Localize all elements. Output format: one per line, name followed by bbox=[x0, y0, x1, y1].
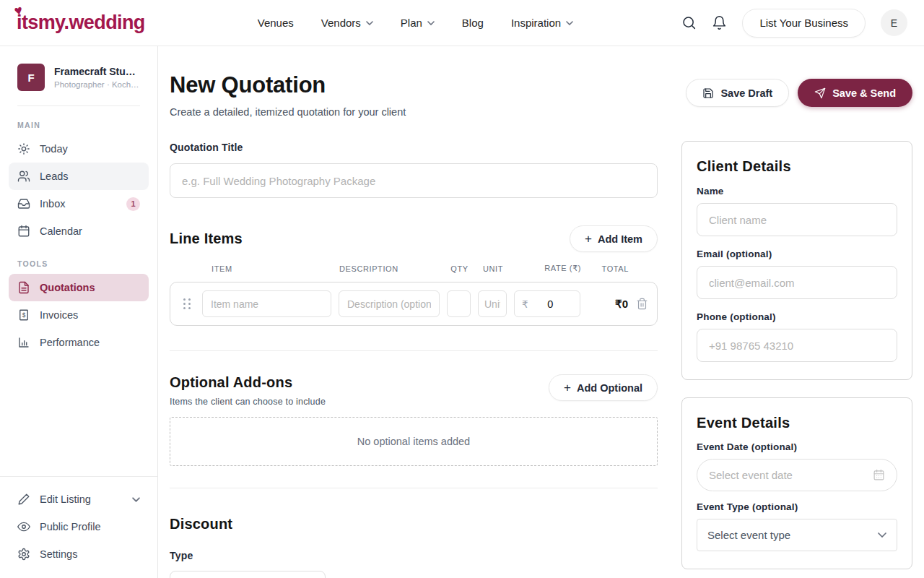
event-date-placeholder: Select event date bbox=[709, 469, 793, 481]
quotation-form: Quotation Title Line Items + Add Item IT… bbox=[170, 141, 658, 578]
brand-logo[interactable]: ♥ itsmy.wedding bbox=[17, 12, 145, 34]
discount-type-select[interactable]: No discount bbox=[170, 571, 326, 578]
client-details-card: Client Details Name Email (optional) Pho… bbox=[681, 141, 912, 380]
main-nav: Venues Vendors Plan Blog Inspiration bbox=[258, 17, 573, 29]
main-content: New Quotation Create a detailed, itemize… bbox=[158, 46, 924, 578]
nav-item-blog[interactable]: Blog bbox=[462, 17, 484, 29]
drag-handle-icon[interactable] bbox=[183, 298, 191, 309]
item-description-input[interactable] bbox=[339, 290, 440, 317]
business-profile[interactable]: F Framecraft Stu… Photographer · Koch… bbox=[0, 46, 157, 105]
save-draft-label: Save Draft bbox=[720, 87, 772, 99]
nav-item-venues[interactable]: Venues bbox=[258, 17, 294, 29]
sidebar-item-label: Today bbox=[40, 143, 68, 155]
nav-item-vendors[interactable]: Vendors bbox=[321, 17, 373, 29]
calendar-icon bbox=[873, 469, 885, 481]
plus-icon: + bbox=[564, 381, 571, 394]
item-name-input[interactable] bbox=[202, 290, 331, 317]
event-type-label: Event Type (optional) bbox=[697, 501, 897, 512]
add-optional-label: Add Optional bbox=[577, 382, 642, 394]
business-name: Framecraft Stu… bbox=[54, 66, 139, 77]
sidebar-item-quotations[interactable]: Quotations bbox=[9, 274, 149, 301]
nav-label: Venues bbox=[258, 17, 294, 29]
eye-icon bbox=[17, 520, 30, 533]
sidebar-item-today[interactable]: Today bbox=[9, 135, 149, 163]
nav-item-plan[interactable]: Plan bbox=[401, 17, 435, 29]
event-details-heading: Event Details bbox=[697, 415, 897, 431]
sidebar-item-calendar[interactable]: Calendar bbox=[9, 217, 149, 245]
client-email-label: Email (optional) bbox=[697, 249, 897, 259]
user-avatar[interactable]: E bbox=[881, 9, 907, 36]
item-unit-input[interactable] bbox=[478, 290, 507, 317]
sidebar-item-label: Calendar bbox=[40, 225, 82, 237]
brand-logo-text: itsmy.wedding bbox=[17, 12, 145, 33]
add-item-label: Add Item bbox=[598, 233, 642, 245]
sidebar-item-label: Inbox bbox=[40, 198, 65, 210]
heart-icon: ♥ bbox=[13, 2, 24, 20]
sidebar-footer: Edit Listing Public Profile Settings bbox=[0, 476, 157, 578]
column-qty: QTY bbox=[448, 264, 471, 273]
save-icon bbox=[702, 87, 714, 99]
chevron-down-icon bbox=[566, 21, 573, 25]
line-items-heading: Line Items bbox=[170, 230, 243, 247]
bell-icon[interactable] bbox=[712, 15, 727, 30]
list-your-business-label: List Your Business bbox=[759, 17, 848, 29]
column-rate: RATE (₹) bbox=[515, 264, 581, 273]
client-name-input[interactable] bbox=[697, 203, 897, 236]
chevron-down-icon bbox=[878, 532, 886, 538]
trash-icon[interactable] bbox=[636, 298, 648, 310]
section-label-tools: TOOLS bbox=[9, 252, 149, 274]
search-icon[interactable] bbox=[681, 15, 697, 30]
details-panel: Client Details Name Email (optional) Pho… bbox=[681, 141, 912, 578]
calendar-icon bbox=[17, 225, 30, 238]
client-name-label: Name bbox=[697, 186, 897, 197]
nav-label: Plan bbox=[401, 17, 422, 29]
line-item-total: ₹0 bbox=[588, 298, 628, 311]
optional-items-empty-state: No optional items added bbox=[170, 417, 658, 466]
sidebar-item-label: Settings bbox=[40, 548, 77, 560]
sidebar-item-edit-listing[interactable]: Edit Listing bbox=[9, 486, 149, 513]
chevron-down-icon bbox=[366, 21, 373, 25]
invoice-icon: $ bbox=[17, 309, 30, 322]
nav-item-inspiration[interactable]: Inspiration bbox=[511, 17, 573, 29]
sidebar-item-leads[interactable]: Leads bbox=[9, 163, 149, 190]
event-date-input[interactable]: Select event date bbox=[697, 459, 897, 491]
sidebar-item-performance[interactable]: Performance bbox=[9, 329, 149, 356]
item-rate-field[interactable]: ₹ bbox=[514, 290, 580, 317]
client-phone-input[interactable] bbox=[697, 329, 897, 362]
save-draft-button[interactable]: Save Draft bbox=[686, 79, 789, 107]
sidebar-item-inbox[interactable]: Inbox 1 bbox=[9, 190, 149, 217]
divider bbox=[170, 350, 658, 351]
item-qty-input[interactable] bbox=[447, 290, 471, 317]
plus-icon: + bbox=[585, 233, 592, 245]
add-optional-button[interactable]: + Add Optional bbox=[549, 374, 658, 401]
column-description: DESCRIPTION bbox=[339, 264, 440, 273]
nav-label: Vendors bbox=[321, 17, 361, 29]
sidebar-item-public-profile[interactable]: Public Profile bbox=[9, 513, 149, 540]
optional-addons-heading: Optional Add-ons bbox=[170, 374, 326, 391]
column-unit: UNIT bbox=[479, 264, 507, 273]
discount-type-label: Type bbox=[170, 550, 658, 561]
bar-chart-icon bbox=[17, 336, 30, 349]
chevron-down-icon bbox=[427, 21, 435, 25]
send-icon bbox=[814, 87, 826, 99]
sidebar-item-settings[interactable]: Settings bbox=[9, 540, 149, 568]
save-send-button[interactable]: Save & Send bbox=[798, 79, 912, 107]
empty-state-text: No optional items added bbox=[357, 436, 470, 447]
line-items-column-headers: ITEM DESCRIPTION QTY UNIT RATE (₹) TOTAL bbox=[170, 264, 658, 273]
sidebar-item-label: Public Profile bbox=[40, 521, 101, 532]
nav-label: Blog bbox=[462, 17, 484, 29]
quotation-title-input[interactable] bbox=[170, 163, 658, 198]
client-details-heading: Client Details bbox=[697, 158, 897, 175]
sidebar-item-invoices[interactable]: $ Invoices bbox=[9, 301, 149, 329]
item-rate-input[interactable] bbox=[528, 298, 572, 310]
quotation-title-label: Quotation Title bbox=[170, 142, 243, 153]
rupee-symbol: ₹ bbox=[522, 298, 528, 310]
column-item: ITEM bbox=[201, 264, 332, 273]
sidebar-item-label: Invoices bbox=[40, 309, 78, 321]
line-item-row: ₹ ₹0 bbox=[170, 282, 658, 326]
avatar-initial: E bbox=[891, 17, 897, 29]
event-type-select[interactable]: Select event type bbox=[697, 519, 897, 551]
list-your-business-button[interactable]: List Your Business bbox=[742, 9, 866, 38]
add-item-button[interactable]: + Add Item bbox=[570, 225, 658, 252]
client-email-input[interactable] bbox=[697, 266, 897, 299]
